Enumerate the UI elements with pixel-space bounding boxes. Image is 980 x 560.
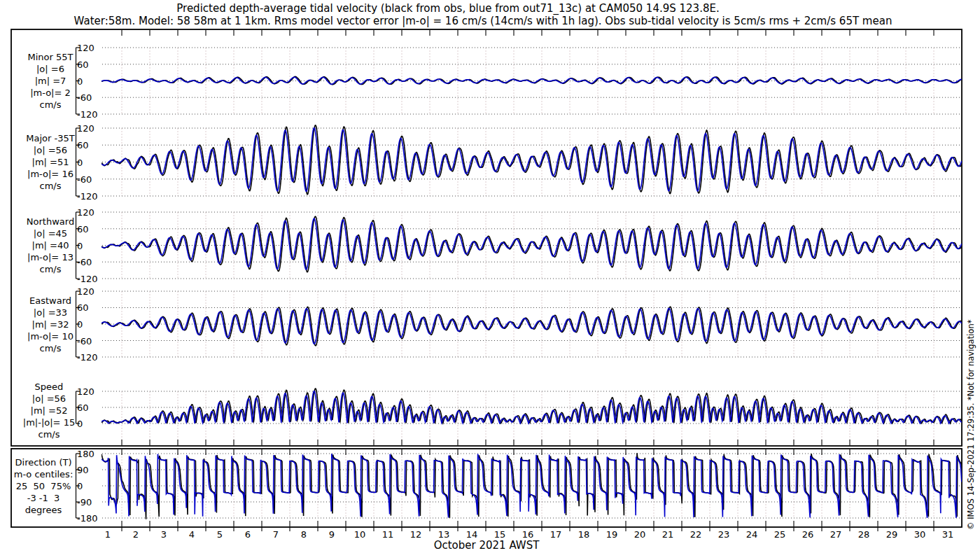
panel-label-northward: |m-o|= 13	[27, 251, 74, 263]
day-label: 29	[886, 529, 898, 540]
ytick-label-speed: 120	[77, 386, 94, 397]
panel-label-direction: degrees	[25, 504, 62, 516]
day-label: 21	[662, 529, 674, 540]
day-label: 2	[133, 529, 139, 540]
day-label: 14	[466, 529, 478, 540]
panel-label-speed: |o| =56	[32, 393, 66, 405]
day-label: 10	[354, 529, 366, 540]
ytick-label-eastward: 60	[77, 302, 89, 313]
ytick-label-major: 120	[77, 122, 94, 133]
panel-label-northward: |m| =40	[32, 239, 69, 251]
panel-label-direction: m-o centiles:	[14, 468, 74, 480]
ytick-label-speed: 60	[77, 402, 89, 413]
major-observed-line	[102, 125, 962, 195]
day-label: 5	[217, 529, 223, 540]
day-label: 25	[774, 529, 786, 540]
day-label: 15	[494, 529, 506, 540]
panel-label-eastward: |o| =33	[34, 307, 67, 318]
ytick-label-direction: -180	[77, 513, 98, 524]
ytick-label-eastward: -60	[77, 335, 92, 346]
ytick-label-minor: 120	[77, 43, 94, 53]
panel-label-speed: |m|-|o|= 15	[23, 416, 75, 428]
day-label: 19	[606, 529, 618, 540]
day-label: 26	[802, 529, 814, 540]
ytick-label-eastward: 0	[77, 319, 83, 330]
ytick-label-speed: 0	[77, 419, 83, 429]
day-label: 27	[830, 529, 842, 540]
major-model out71_13c-line	[102, 128, 962, 192]
eastward-model out71_13c-line	[102, 309, 962, 344]
ytick-label-direction: -90	[77, 497, 92, 507]
panel-label-speed: Speed	[35, 381, 64, 393]
panel-label-northward: |o| =45	[34, 227, 67, 239]
day-label: 28	[858, 529, 870, 540]
panel-label-minor: cm/s	[40, 99, 62, 111]
day-label: 6	[245, 529, 251, 540]
panel-label-northward: Northward	[27, 216, 74, 227]
ytick-label-minor: 0	[77, 76, 83, 86]
panel-label-major: |m-o|= 16	[27, 168, 74, 180]
panel-label-direction: -3 -1 3	[27, 492, 60, 504]
panel-frames-and-ticks	[11, 29, 962, 531]
panel-label-minor: |m| =7	[35, 75, 66, 87]
ytick-label-major: 60	[77, 140, 89, 150]
panel-label-eastward: Eastward	[29, 295, 71, 307]
day-label: 7	[273, 529, 279, 540]
horizontal-dotted-gridlines	[102, 48, 961, 518]
tidal-plot-canvas: © IMOS 14-Sep-2021 17:29:35. *Not for na…	[0, 0, 980, 560]
northward-model out71_13c-line	[102, 218, 962, 270]
day-label: 11	[382, 529, 394, 540]
ytick-label-northward: -60	[77, 257, 92, 267]
panel-label-minor: |m-o|= 2	[30, 87, 71, 99]
ytick-label-minor: -60	[77, 92, 92, 103]
day-label: 18	[578, 529, 590, 540]
vertical-day-gridlines	[122, 48, 934, 518]
panel-label-major: cm/s	[40, 180, 62, 192]
ytick-label-direction: 180	[77, 448, 94, 458]
ytick-label-northward: 0	[77, 240, 83, 251]
eastward-observed-line	[102, 307, 962, 346]
day-label: 23	[718, 529, 730, 540]
day-label: 20	[634, 529, 646, 540]
panel-label-speed: cm/s	[38, 428, 60, 440]
panel-label-eastward: |m| =32	[32, 318, 69, 330]
panel-label-eastward: |m-o|= 10	[27, 330, 74, 342]
day-label: 4	[189, 529, 195, 540]
panel-label-northward: cm/s	[40, 263, 62, 275]
day-label: 22	[690, 529, 702, 540]
ytick-label-major: 0	[77, 157, 83, 167]
day-label: 30	[914, 529, 926, 540]
day-label: 9	[329, 529, 335, 540]
imos-watermark: © IMOS 14-Sep-2021 17:29:35. *Not for na…	[966, 319, 976, 530]
day-label: 13	[438, 529, 450, 540]
ytick-label-northward: -120	[77, 273, 98, 284]
day-label: 12	[410, 529, 422, 540]
day-label: 8	[301, 529, 307, 540]
panel-label-speed: |m| =52	[31, 405, 68, 416]
minor-observed-line	[102, 76, 962, 84]
ytick-label-direction: 0	[77, 481, 83, 491]
panel-label-major: |m| =51	[32, 156, 69, 168]
day-label: 16	[522, 529, 534, 540]
panel-label-eastward: cm/s	[40, 342, 62, 354]
panel-label-minor: |o| =6	[36, 63, 64, 75]
day-label: 3	[161, 529, 167, 540]
ytick-label-northward: 60	[77, 223, 89, 234]
velocity-waveforms	[102, 76, 962, 519]
ytick-label-eastward: 120	[77, 286, 94, 296]
day-label: 31	[942, 529, 954, 540]
day-label: 17	[550, 529, 562, 540]
panel-label-major: |o| =56	[34, 144, 67, 156]
day-label: 1	[105, 529, 111, 540]
ytick-label-eastward: -120	[77, 352, 98, 363]
panel-label-major: Major -35T	[26, 132, 74, 144]
panel-label-minor: Minor 55T	[28, 51, 74, 63]
panel-label-direction: 25 50 75%	[16, 480, 71, 492]
tidal-velocity-figure: Predicted depth-average tidal velocity (…	[0, 0, 980, 560]
ytick-label-major: -60	[77, 174, 92, 184]
day-label: 24	[746, 529, 758, 540]
ytick-label-northward: 120	[77, 207, 94, 218]
panel-label-direction: Direction (T)	[15, 456, 72, 468]
ytick-label-major: -120	[77, 191, 98, 202]
ytick-label-minor: -120	[77, 108, 98, 119]
